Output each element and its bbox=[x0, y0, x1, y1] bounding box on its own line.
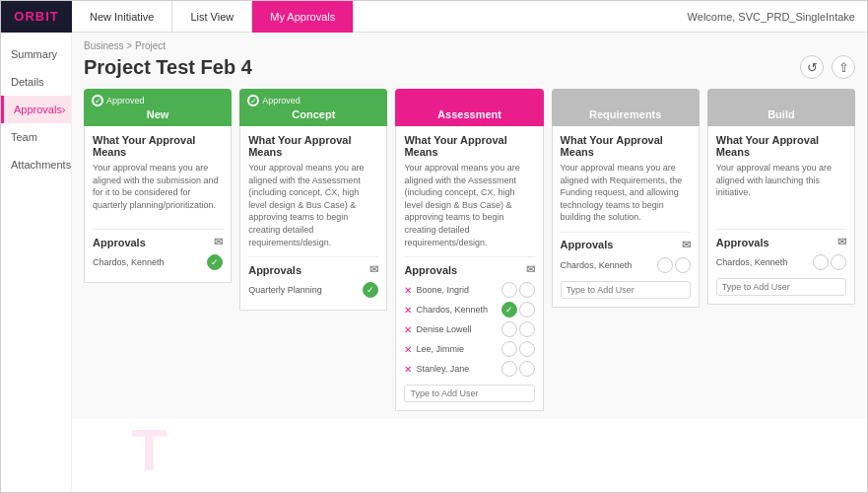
status-approved-icon: ✓ bbox=[501, 302, 517, 317]
main-content: Business > Project Project Test Feb 4 ↺ … bbox=[72, 33, 867, 419]
sidebar-item-approvals[interactable]: Approvals› bbox=[1, 96, 71, 123]
remove-icon[interactable]: ✕ bbox=[404, 285, 412, 296]
page-title: Project Test Feb 4 bbox=[84, 56, 252, 79]
email-icon-new: ✉ bbox=[214, 236, 223, 248]
tmobile-watermark: T bbox=[131, 416, 167, 484]
status-pending-icon bbox=[519, 341, 535, 357]
breadcrumb: Business > Project bbox=[84, 40, 855, 51]
sidebar-item-team[interactable]: Team bbox=[1, 123, 71, 151]
approval-means-desc-new: Your approval means you are aligned with… bbox=[93, 162, 223, 221]
status-pending-icon bbox=[501, 341, 517, 357]
approver-name: Lee, Jimmie bbox=[416, 344, 501, 354]
sidebar-item-summary[interactable]: Summary bbox=[1, 40, 71, 68]
approval-means-title-requirements: What Your Approval Means bbox=[561, 134, 691, 158]
add-user-input-requirements[interactable] bbox=[561, 281, 691, 299]
stage-body-requirements: What Your Approval Means Your approval m… bbox=[552, 126, 700, 308]
check-circle-concept: ✓ bbox=[247, 95, 259, 106]
email-icon-requirements: ✉ bbox=[682, 239, 691, 251]
remove-icon[interactable]: ✕ bbox=[404, 305, 412, 316]
approver-name: Chardos, Kenneth bbox=[716, 257, 813, 267]
approval-means-title-build: What Your Approval Means bbox=[716, 134, 846, 158]
check-circle-new: ✓ bbox=[92, 95, 103, 106]
email-icon-assessment: ✉ bbox=[526, 263, 535, 276]
stage-assessment: Assessment What Your Approval Means Your… bbox=[395, 89, 543, 411]
title-actions: ↺ ⇧ bbox=[800, 55, 855, 79]
add-user-input-build[interactable] bbox=[716, 278, 846, 296]
stage-build: Build What Your Approval Means Your appr… bbox=[707, 89, 855, 411]
table-row: ✕ Lee, Jimmie bbox=[404, 341, 534, 357]
sidebar-item-details[interactable]: Details bbox=[1, 68, 71, 96]
stages-container: ✓ Approved New What Your Approval Means … bbox=[84, 89, 855, 411]
stage-header-build: Build bbox=[707, 89, 855, 126]
stage-header-concept: ✓ Approved Concept bbox=[239, 89, 387, 126]
remove-icon[interactable]: ✕ bbox=[404, 364, 412, 375]
logo: ORBIT bbox=[1, 1, 72, 33]
stage-body-build: What Your Approval Means Your approval m… bbox=[707, 126, 855, 305]
approved-badge-new: ✓ Approved bbox=[92, 95, 224, 106]
status-pending-icon bbox=[519, 321, 535, 337]
nav-tab-new-initiative[interactable]: New Initiative bbox=[72, 1, 172, 33]
approval-status bbox=[501, 282, 535, 298]
stage-body-new: What Your Approval Means Your approval m… bbox=[84, 126, 232, 283]
approval-status: ✓ bbox=[501, 302, 535, 317]
table-row: Chardos, Kenneth bbox=[561, 257, 691, 273]
approval-status bbox=[657, 257, 691, 273]
status-pending-icon bbox=[813, 254, 829, 270]
logo-text: ORBIT bbox=[14, 9, 58, 24]
status-approved-icon: ✓ bbox=[207, 254, 223, 270]
approver-name: Chardos, Kenneth bbox=[93, 257, 207, 267]
status-pending-icon bbox=[501, 282, 517, 298]
status-pending-icon bbox=[675, 257, 691, 273]
approval-means-desc-assessment: Your approval means you are aligned with… bbox=[404, 162, 534, 248]
approver-name: Stanley, Jane bbox=[416, 364, 501, 374]
status-pending-icon bbox=[501, 361, 517, 377]
approver-name: Quarterly Planning bbox=[248, 285, 363, 295]
table-row: Quarterly Planning ✓ bbox=[248, 282, 378, 298]
remove-icon[interactable]: ✕ bbox=[404, 324, 412, 335]
approver-name: Chardos, Kenneth bbox=[416, 305, 501, 315]
approvals-header-new: Approvals ✉ bbox=[93, 229, 223, 248]
approved-badge-concept: ✓ Approved bbox=[247, 95, 379, 106]
approvals-header-requirements: Approvals ✉ bbox=[561, 232, 691, 251]
status-pending-icon bbox=[657, 257, 673, 273]
approver-name: Boone, Ingrid bbox=[416, 285, 501, 295]
stage-header-new: ✓ Approved New bbox=[84, 89, 232, 126]
share-button[interactable]: ⇧ bbox=[832, 55, 855, 79]
email-icon-concept: ✉ bbox=[369, 263, 378, 276]
approval-means-title-assessment: What Your Approval Means bbox=[404, 134, 534, 158]
status-pending-icon bbox=[501, 321, 517, 337]
approval-means-desc-requirements: Your approval means you are aligned with… bbox=[561, 162, 691, 224]
approval-means-title-concept: What Your Approval Means bbox=[248, 134, 378, 158]
header: ORBIT New Initiative List View My Approv… bbox=[1, 1, 867, 33]
table-row: Chardos, Kenneth bbox=[716, 254, 846, 270]
approvals-header-concept: Approvals ✉ bbox=[248, 256, 378, 276]
approval-means-title-new: What Your Approval Means bbox=[93, 134, 223, 158]
welcome-text: Welcome, SVC_PRD_SingleIntake bbox=[688, 11, 867, 23]
add-user-input-assessment[interactable] bbox=[404, 385, 534, 402]
stage-header-assessment: Assessment bbox=[395, 89, 543, 126]
stage-body-assessment: What Your Approval Means Your approval m… bbox=[395, 126, 543, 411]
nav-tab-list-view[interactable]: List View bbox=[172, 1, 252, 33]
page-title-row: Project Test Feb 4 ↺ ⇧ bbox=[84, 55, 855, 79]
approval-means-desc-concept: Your approval means you are aligned with… bbox=[248, 162, 378, 248]
sidebar: Summary Details Approvals› Team Attachme… bbox=[1, 33, 72, 493]
sidebar-item-attachments[interactable]: Attachments bbox=[1, 151, 71, 178]
status-pending-icon bbox=[831, 254, 846, 270]
approvals-header-assessment: Approvals ✉ bbox=[404, 256, 534, 276]
remove-icon[interactable]: ✕ bbox=[404, 344, 412, 355]
approval-status bbox=[813, 254, 846, 270]
table-row: Chardos, Kenneth ✓ bbox=[93, 254, 223, 270]
nav-tab-my-approvals[interactable]: My Approvals bbox=[252, 1, 354, 33]
refresh-button[interactable]: ↺ bbox=[800, 55, 824, 79]
stage-new: ✓ Approved New What Your Approval Means … bbox=[84, 89, 232, 411]
approval-status bbox=[501, 321, 535, 337]
chevron-right-icon: › bbox=[62, 105, 65, 115]
approval-status: ✓ bbox=[363, 282, 378, 298]
status-pending-icon bbox=[519, 282, 535, 298]
table-row: ✕ Chardos, Kenneth ✓ bbox=[404, 302, 534, 317]
status-approved-icon: ✓ bbox=[363, 282, 378, 298]
status-pending-icon bbox=[519, 361, 535, 377]
main-wrapper: Business > Project Project Test Feb 4 ↺ … bbox=[72, 33, 867, 493]
email-icon-build: ✉ bbox=[837, 236, 846, 248]
table-row: ✕ Stanley, Jane bbox=[404, 361, 534, 377]
